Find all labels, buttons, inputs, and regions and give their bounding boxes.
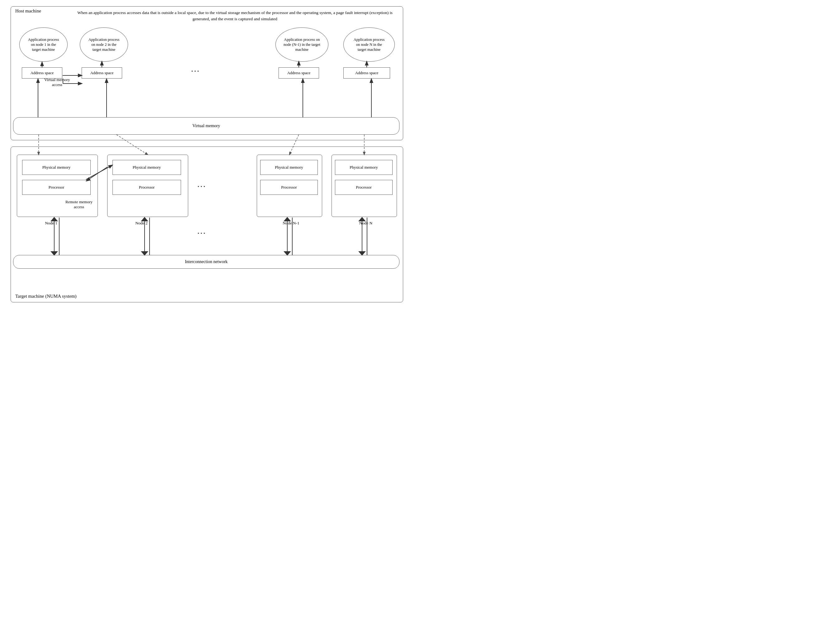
- remote-memory-access-label: Remote memory access: [65, 199, 93, 210]
- app-process-ellipse-1: Application process on node 1 in the tar…: [19, 28, 68, 62]
- processor-n1: Processor: [260, 180, 318, 195]
- app-process-ellipse-2: Application process on node 2 in the tar…: [80, 28, 128, 62]
- target-machine-label: Target machine (NUMA system): [15, 294, 77, 299]
- node-n1-box: Physical memory Processor: [257, 155, 322, 217]
- phys-mem-n1: Physical memory: [260, 160, 318, 175]
- processor-n: Processor: [335, 180, 392, 195]
- node-2-box: Physical memory Processor: [107, 155, 188, 217]
- node-1-label: Node 1: [36, 221, 67, 226]
- phys-mem-1: Physical memory: [22, 160, 91, 175]
- phys-mem-n: Physical memory: [335, 160, 392, 175]
- node-n-box: Physical memory Processor: [332, 155, 397, 217]
- node-n1-label: Node N-1: [266, 221, 316, 226]
- app-process-ellipse-4: Application process on node N in the tar…: [343, 28, 395, 62]
- processor-1: Processor: [22, 180, 91, 195]
- processor-2: Processor: [113, 180, 181, 195]
- host-description: When an application process accesses dat…: [73, 10, 397, 22]
- app-process-ellipse-3: Application process on node (N-1) in the…: [276, 28, 329, 62]
- dots-target-1: ...: [198, 181, 206, 189]
- addr-box-4: Address space: [343, 67, 390, 79]
- phys-mem-2: Physical memory: [113, 160, 181, 175]
- node-2-label: Node 2: [126, 221, 157, 226]
- interconnect-bar: Interconnection network: [13, 255, 400, 269]
- virtual-memory-bar: Virtual memory: [13, 117, 400, 135]
- addr-box-2: Address space: [82, 67, 122, 79]
- virtual-memory-access-label: Virtual memory access: [44, 77, 70, 87]
- dots-host: ...: [191, 65, 200, 73]
- dots-target-2: ...: [198, 227, 206, 236]
- addr-box-3: Address space: [279, 67, 319, 79]
- host-machine-label: Host machine: [15, 8, 41, 14]
- node-n-label: Node N: [341, 221, 391, 226]
- addr-box-1: Address space: [22, 67, 62, 79]
